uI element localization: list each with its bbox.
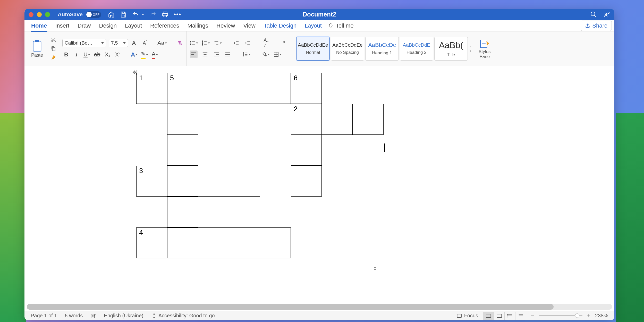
shrink-font-button[interactable]: Aˇ <box>141 39 149 47</box>
highlight-button[interactable]: ✎ <box>141 51 148 58</box>
tell-me-button[interactable]: Tell me <box>328 22 354 29</box>
styles-group: AaBbCcDdEe Normal AaBbCcDdEe No Spacing … <box>292 31 614 66</box>
svg-point-17 <box>266 55 267 56</box>
decrease-indent-button[interactable] <box>233 39 240 47</box>
undo-dropdown-icon[interactable] <box>142 14 144 15</box>
more-icon[interactable]: ••• <box>174 11 181 18</box>
style-no-spacing[interactable]: AaBbCcDdEe No Spacing <box>331 37 364 61</box>
crossword-table[interactable]: 1 5 6 2 3 <box>136 73 384 258</box>
tab-design[interactable]: Design <box>95 20 121 31</box>
svg-rect-22 <box>457 314 461 317</box>
font-size-combo[interactable]: 7,5 <box>109 39 128 47</box>
justify-button[interactable] <box>224 50 232 58</box>
share-button[interactable]: Share <box>581 21 612 31</box>
language-indicator[interactable]: English (Ukraine) <box>104 313 143 319</box>
tab-view[interactable]: View <box>239 20 259 31</box>
text-effects-button[interactable]: A <box>130 51 138 58</box>
grow-font-button[interactable]: Aˆ <box>131 39 138 47</box>
web-layout-view[interactable] <box>494 312 504 320</box>
style-heading-2[interactable]: AaBbCcDdE Heading 2 <box>400 37 433 61</box>
superscript-button[interactable]: X2 <box>114 51 122 58</box>
borders-button[interactable] <box>273 50 282 58</box>
style-heading-1[interactable]: AaBbCcDc Heading 1 <box>365 37 399 61</box>
style-normal[interactable]: AaBbCcDdEe Normal <box>296 37 330 61</box>
search-icon[interactable] <box>590 11 597 18</box>
svg-point-27 <box>507 317 508 317</box>
word-count[interactable]: 6 words <box>65 313 83 319</box>
strikethrough-button[interactable]: ab <box>93 51 101 58</box>
zoom-slider[interactable] <box>539 315 582 316</box>
undo-icon[interactable] <box>132 11 139 18</box>
minimize-window-button[interactable] <box>37 12 42 17</box>
show-marks-button[interactable]: ¶ <box>281 39 289 47</box>
tab-insert[interactable]: Insert <box>51 20 73 31</box>
autosave-label: AutoSave <box>58 11 83 18</box>
share-hub-icon[interactable] <box>604 11 610 18</box>
zoom-in-button[interactable]: + <box>587 312 590 319</box>
change-case-button[interactable]: Aa <box>157 39 167 47</box>
document-title: Document2 <box>303 11 336 18</box>
line-spacing-button[interactable] <box>242 50 251 58</box>
align-center-button[interactable] <box>201 50 209 58</box>
cut-icon[interactable] <box>50 37 56 43</box>
cell-3[interactable]: 3 <box>137 166 167 176</box>
cell-6[interactable]: 6 <box>291 73 321 83</box>
tab-mailings[interactable]: Mailings <box>183 20 213 31</box>
style-title[interactable]: AaBb( Title <box>434 37 468 61</box>
bullets-button[interactable] <box>190 39 198 47</box>
redo-icon[interactable] <box>150 11 156 18</box>
cell-1[interactable]: 1 <box>137 73 167 83</box>
underline-button[interactable]: U <box>83 51 91 58</box>
cell-2[interactable]: 2 <box>291 104 321 114</box>
font-name-combo[interactable]: Calibri (Bo… <box>62 39 106 47</box>
paste-button[interactable]: Paste <box>27 39 47 58</box>
format-painter-icon[interactable] <box>50 54 56 60</box>
document-area[interactable]: ✥ 1 5 6 2 3 <box>24 66 614 311</box>
styles-pane-button[interactable]: Styles Pane <box>475 38 494 59</box>
print-icon[interactable] <box>162 11 168 18</box>
close-window-button[interactable] <box>29 12 33 17</box>
align-right-button[interactable] <box>213 50 220 58</box>
tab-draw[interactable]: Draw <box>73 20 95 31</box>
table-resize-handle[interactable] <box>374 267 376 270</box>
svg-rect-24 <box>497 314 501 317</box>
italic-button[interactable]: I <box>73 51 80 58</box>
horizontal-scrollbar[interactable] <box>27 304 612 310</box>
styles-gallery-nav[interactable]: ‹› <box>469 44 472 53</box>
cell-5[interactable]: 5 <box>167 73 198 83</box>
tab-table-design[interactable]: Table Design <box>260 20 301 31</box>
clear-formatting-button[interactable] <box>176 39 183 47</box>
accessibility-indicator[interactable]: Accessibility: Good to go <box>151 313 215 319</box>
sort-button[interactable]: A↓Z <box>262 39 270 47</box>
numbering-button[interactable]: 123 <box>202 39 210 47</box>
tab-review[interactable]: Review <box>212 20 239 31</box>
multilevel-list-button[interactable] <box>214 39 222 47</box>
fullscreen-window-button[interactable] <box>45 12 50 17</box>
outline-view[interactable] <box>504 312 515 320</box>
tab-layout[interactable]: Layout <box>121 20 146 31</box>
subscript-button[interactable]: X2 <box>104 51 111 58</box>
focus-mode-button[interactable]: Focus <box>456 313 478 319</box>
align-left-button[interactable] <box>190 50 198 58</box>
increase-indent-button[interactable] <box>244 39 252 47</box>
share-icon <box>585 23 590 28</box>
home-icon[interactable] <box>108 11 115 18</box>
tab-table-layout[interactable]: Layout <box>301 20 326 31</box>
copy-icon[interactable] <box>50 46 56 51</box>
cell-4[interactable]: 4 <box>137 228 167 238</box>
bold-button[interactable]: B <box>62 51 70 58</box>
zoom-level[interactable]: 238% <box>595 313 608 319</box>
shading-button[interactable] <box>261 50 270 58</box>
page-indicator[interactable]: Page 1 of 1 <box>31 313 57 319</box>
svg-rect-1 <box>163 14 168 16</box>
print-layout-view[interactable] <box>483 312 494 320</box>
zoom-out-button[interactable]: − <box>531 312 534 319</box>
save-icon[interactable] <box>120 11 127 18</box>
table-move-handle[interactable]: ✥ <box>132 70 137 75</box>
draft-view[interactable] <box>515 312 526 320</box>
autosave-toggle[interactable]: OFF <box>86 11 101 18</box>
font-color-button[interactable]: A <box>151 51 159 58</box>
tab-references[interactable]: References <box>146 20 183 31</box>
spellcheck-icon[interactable] <box>90 313 96 319</box>
tab-home[interactable]: Home <box>27 20 51 31</box>
